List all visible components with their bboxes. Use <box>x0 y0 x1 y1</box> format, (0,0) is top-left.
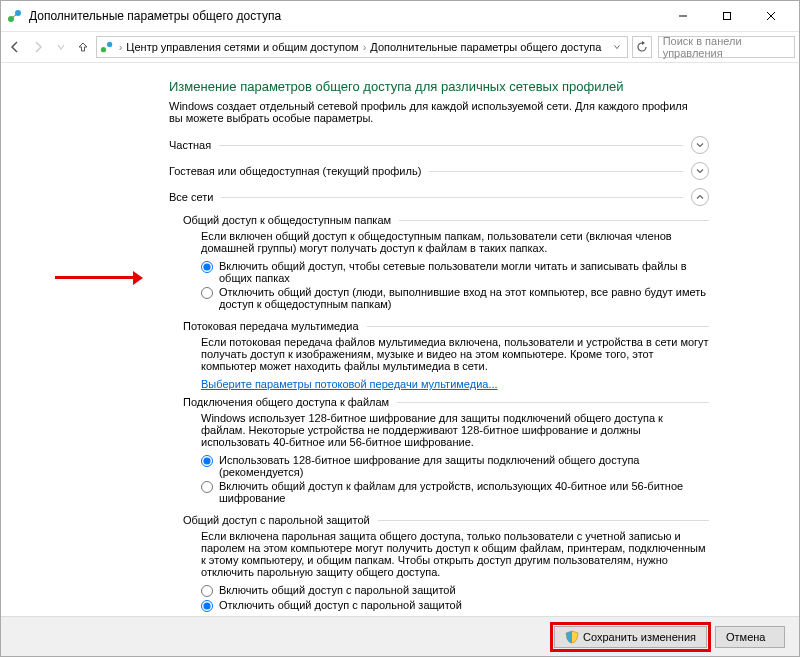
svg-rect-3 <box>724 13 731 20</box>
group-all[interactable]: Все сети <box>169 186 709 208</box>
media-desc: Если потоковая передача файлов мультимед… <box>201 336 709 372</box>
address-dropdown[interactable] <box>609 41 625 53</box>
radio-password-off[interactable] <box>201 600 213 612</box>
network-center-icon <box>7 8 23 24</box>
forward-button[interactable] <box>28 35 49 59</box>
search-placeholder: Поиск в панели управления <box>663 35 790 59</box>
breadcrumb-current[interactable]: Дополнительные параметры общего доступа <box>370 41 601 53</box>
chevron-right-icon: › <box>119 41 123 53</box>
label-public-folders-off[interactable]: Отключить общий доступ (люди, выполнивши… <box>219 286 709 310</box>
label-encrypt-128[interactable]: Использовать 128-битное шифрование для з… <box>219 454 709 478</box>
button-bar: Сохранить изменения Отмена <box>1 616 799 656</box>
label-encrypt-4056[interactable]: Включить общий доступ к файлам для устро… <box>219 480 709 504</box>
chevron-down-icon[interactable] <box>691 136 709 154</box>
label-public-folders-on[interactable]: Включить общий доступ, чтобы сетевые пол… <box>219 260 709 284</box>
cancel-button-label: Отмена <box>726 631 765 643</box>
recent-dropdown[interactable] <box>50 35 71 59</box>
breadcrumb-parent[interactable]: Центр управления сетями и общим доступом <box>126 41 358 53</box>
titlebar: Дополнительные параметры общего доступа <box>1 1 799 31</box>
password-desc: Если включена парольная защита общего до… <box>201 530 709 578</box>
chevron-right-icon: › <box>363 41 367 53</box>
content-area: Изменение параметров общего доступа для … <box>1 63 799 616</box>
section-password: Общий доступ с парольной защитой <box>183 514 709 526</box>
label-password-off[interactable]: Отключить общий доступ с парольной защит… <box>219 599 709 611</box>
up-button[interactable] <box>73 35 94 59</box>
section-media: Потоковая передача мультимедиа <box>183 320 709 332</box>
annotation-arrow <box>55 271 143 285</box>
save-button-label: Сохранить изменения <box>583 631 696 643</box>
svg-point-7 <box>107 42 112 47</box>
window-title: Дополнительные параметры общего доступа <box>29 9 661 23</box>
close-button[interactable] <box>749 2 793 30</box>
section-file-connections: Подключения общего доступа к файлам <box>183 396 709 408</box>
shield-icon <box>565 630 579 644</box>
svg-point-6 <box>101 47 106 52</box>
public-folders-desc: Если включен общий доступ к общедоступны… <box>201 230 709 254</box>
address-bar[interactable]: › Центр управления сетями и общим доступ… <box>96 36 629 58</box>
nav-bar: › Центр управления сетями и общим доступ… <box>1 31 799 63</box>
section-public-folders: Общий доступ к общедоступным папкам <box>183 214 709 226</box>
network-center-icon <box>99 39 115 55</box>
chevron-down-icon[interactable] <box>691 162 709 180</box>
file-conn-desc: Windows использует 128-битное шифрование… <box>201 412 709 448</box>
group-guest[interactable]: Гостевая или общедоступная (текущий проф… <box>169 160 709 182</box>
chevron-up-icon[interactable] <box>691 188 709 206</box>
page-heading: Изменение параметров общего доступа для … <box>169 79 761 94</box>
refresh-button[interactable] <box>632 36 651 58</box>
maximize-button[interactable] <box>705 2 749 30</box>
radio-password-on[interactable] <box>201 585 213 597</box>
label-password-on[interactable]: Включить общий доступ с парольной защито… <box>219 584 709 596</box>
group-private[interactable]: Частная <box>169 134 709 156</box>
radio-public-folders-off[interactable] <box>201 287 213 299</box>
back-button[interactable] <box>5 35 26 59</box>
media-options-link[interactable]: Выберите параметры потоковой передачи му… <box>201 378 498 390</box>
radio-encrypt-128[interactable] <box>201 455 213 467</box>
cancel-button[interactable]: Отмена <box>715 626 785 648</box>
radio-public-folders-on[interactable] <box>201 261 213 273</box>
search-input[interactable]: Поиск в панели управления <box>658 36 795 58</box>
minimize-button[interactable] <box>661 2 705 30</box>
page-intro: Windows создает отдельный сетевой профил… <box>169 100 689 124</box>
radio-encrypt-4056[interactable] <box>201 481 213 493</box>
save-button[interactable]: Сохранить изменения <box>554 626 707 648</box>
